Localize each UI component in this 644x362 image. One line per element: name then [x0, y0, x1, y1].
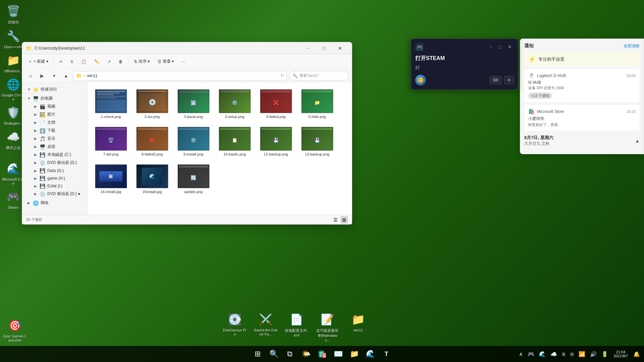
desktop-icon-sword[interactable]: ⚔️ Sword Art Online Fa...	[252, 310, 279, 344]
new-button[interactable]: ＋ + 新建 ▾	[25, 57, 52, 66]
desktop-icon-xml[interactable]: 📄 游戏配置文件.xml	[283, 310, 310, 344]
view-icon: ☰	[158, 59, 161, 64]
taskbar-onedrive-tray[interactable]: ☁️	[549, 350, 558, 359]
file-item-4-failed[interactable]: ❌ 4-failed.png	[257, 86, 295, 121]
sidebar-item-documents[interactable]: ▶ 📄 文档	[23, 119, 86, 126]
taskbar-clock[interactable]: 21:04 2021/8/7	[611, 349, 630, 359]
file-item-5-hide[interactable]: 📁 5-hide.png	[298, 86, 336, 121]
sidebar-item-this-pc[interactable]: ▼ 🖥️ 此电脑	[23, 95, 86, 102]
sidebar-item-desktop[interactable]: ▶ 🖥️ 桌面	[23, 143, 86, 150]
up-button[interactable]: ▲	[61, 71, 71, 80]
taskbar-explorer-button[interactable]: 📁	[347, 347, 362, 361]
copy-button[interactable]: ⎘	[67, 58, 76, 65]
file-item-3-jiazai[interactable]: ⬇️ 3-jiazai.png	[174, 86, 213, 121]
taskbar-mail-button[interactable]: ✉️	[331, 347, 345, 361]
file-item-1-check[interactable]: 1-check.png	[92, 86, 130, 121]
desktop-icon-epic[interactable]: 🎯 Epic Games Launcher	[2, 316, 29, 344]
steam-popup-title: 🎮	[415, 43, 423, 51]
steam-settings-button[interactable]: ⚙	[504, 76, 514, 84]
desktop-icon-recycle-bin[interactable]: 🗑️ 回收站	[0, 2, 27, 26]
cut-button[interactable]: ✂	[56, 58, 66, 65]
file-item-update[interactable]: 🔄 update.png	[174, 162, 213, 196]
view-button[interactable]: ☰ 查看 ▾	[154, 57, 177, 66]
steam-close-button[interactable]: ✕	[506, 43, 514, 51]
desktop-icon-diskgenius[interactable]: 💽 DiskGenius Pro	[221, 310, 248, 344]
taskbar-tray-icons[interactable]: ∧	[518, 350, 524, 359]
maximize-button[interactable]: □	[316, 43, 332, 54]
steam-label: Steam	[8, 205, 19, 209]
file-item-8-failed2[interactable]: ❌ 8-failed2.png	[133, 124, 171, 159]
delete-button[interactable]: 🗑	[115, 58, 126, 65]
taskbar-start-button[interactable]: ⊞	[250, 347, 265, 361]
sidebar-quick-access-section: ▼ ⭐ 快速访问	[22, 85, 87, 93]
steam-keyboard-button[interactable]: ⌨	[490, 76, 501, 84]
taskbar-store-button[interactable]: 🛍️	[315, 347, 329, 361]
steam-maximize-button[interactable]: □	[496, 43, 504, 51]
steam-minimize-button[interactable]: －	[487, 43, 495, 51]
back-button[interactable]: ◀	[25, 71, 35, 80]
file-item-9-install[interactable]: ⚙️ 9-install.png	[174, 124, 213, 159]
taskbar-search-button[interactable]: 🔍	[266, 347, 281, 361]
address-bar[interactable]: 📁 › win11 ↻	[73, 71, 287, 80]
sidebar-item-dvd-d2[interactable]: ▶ 💿 DVD 驱动器 (D:) ●	[23, 190, 86, 198]
taskbar-notification-button[interactable]: 🔔	[632, 350, 641, 359]
minimize-button[interactable]: －	[300, 43, 316, 54]
file-item-7-del[interactable]: 🗑️ 7-del.png	[92, 124, 130, 159]
more-button[interactable]: ···	[178, 58, 189, 65]
list-view-button[interactable]: ☰	[332, 216, 339, 224]
file-item-13-backup[interactable]: 💾 13-backup.png	[298, 124, 336, 159]
desktop-icon-windows-note[interactable]: 📝 这可能是最简单的windows...	[314, 310, 341, 344]
sidebar-item-dvd-d[interactable]: ▶ 💿 DVD 驱动器 (D:)	[23, 159, 86, 167]
paste-button[interactable]: 📋	[78, 58, 90, 65]
address-refresh[interactable]: ↻	[281, 73, 284, 78]
taskbar-ime-label[interactable]: 拼	[569, 350, 575, 358]
file-item-10-baoliu[interactable]: 📋 10-baoliu.png	[215, 124, 254, 159]
sidebar-item-data-g[interactable]: ▶ 💾 Data (G:)	[23, 167, 86, 174]
taskbar-lang-input[interactable]: 英	[560, 350, 567, 358]
notification-special-item[interactable]: ⚡ 专注助手设置	[524, 52, 640, 66]
notification-item-logitech[interactable]: 🖱️ Logitech G HUB 20:08 G HUB 设备 DPI 设置为…	[524, 69, 640, 102]
file-item-3-setup[interactable]: ⚙️ 3-setup.png	[215, 86, 254, 121]
taskbar-steam-tray[interactable]: 🎮	[526, 350, 536, 359]
notif-store-time: 19:25	[626, 110, 636, 114]
sidebar-item-local-c[interactable]: ▶ 💾 本地磁盘 (C:)	[23, 151, 86, 159]
forward-button[interactable]: ▶	[37, 71, 47, 80]
sidebar-item-music[interactable]: ▶ 🎵 音乐	[23, 135, 86, 142]
sidebar-item-game-h[interactable]: ▶ 💾 game (H:)	[23, 175, 86, 182]
notification-item-store[interactable]: 🛍️ Microsoft Store 19:25 小爱同学 刚更新好了，查看。	[524, 105, 640, 131]
recent-button[interactable]: ▾	[49, 71, 59, 80]
share-button[interactable]: ↗	[104, 58, 114, 65]
taskbar-wifi[interactable]: 📶	[577, 350, 587, 359]
taskbar-volume[interactable]: 🔊	[589, 350, 598, 359]
search-bar[interactable]: 🔍 搜索"win11"	[289, 71, 349, 80]
file-item-2-iso[interactable]: 💿 2-iso.png	[133, 86, 171, 121]
rename-button[interactable]: ✏️	[91, 58, 103, 65]
notif-logitech-badge[interactable]: +13 个通知	[528, 93, 552, 99]
taskbar-battery[interactable]: 🔋	[600, 350, 609, 359]
exfat-label: Exfat (I:)	[47, 184, 62, 188]
notif-collapse-button[interactable]: ▲	[635, 138, 640, 143]
file-name-3-jiazai: 3-jiazai.png	[184, 115, 203, 119]
taskbar-t-button[interactable]: T	[379, 347, 394, 361]
sidebar-item-videos[interactable]: ▶ 🎬 视频	[23, 103, 86, 110]
taskbar-widgets-button[interactable]: 🌤️	[299, 347, 313, 361]
taskbar-edge-button[interactable]: 🌊	[363, 347, 378, 361]
file-item-15install[interactable]: 🌊 15install.jpg	[133, 162, 171, 196]
sidebar-item-quick-access[interactable]: ▼ ⭐ 快速访问	[23, 85, 86, 93]
taskbar-taskview-button[interactable]: ⧉	[282, 347, 297, 361]
file-name-update: update.png	[184, 190, 203, 194]
explorer-sidebar: ▼ ⭐ 快速访问 ▼ 🖥️ 此电脑 ▶ 🎬 视频	[22, 82, 88, 215]
close-button[interactable]: ✕	[332, 43, 348, 54]
grid-view-button[interactable]: ⊞	[340, 216, 348, 224]
sidebar-item-exfat[interactable]: ▶ 💾 Exfat (I:)	[23, 182, 86, 190]
notification-clear-button[interactable]: 全部清除	[624, 43, 640, 49]
music-arrow: ▶	[34, 137, 38, 140]
sidebar-item-downloads[interactable]: ▶ ⬇️ 下载	[23, 127, 86, 134]
file-item-12-backup[interactable]: 💾 12-backup.png	[257, 124, 295, 159]
desktop-icon-win11[interactable]: 📁 win11	[345, 310, 372, 344]
sort-button[interactable]: ⇅ 排序 ▾	[130, 57, 153, 66]
file-item-14-install[interactable]: ⊞ 14-install.jpg	[92, 162, 130, 196]
sidebar-item-network[interactable]: ▶ 🌐 网络	[23, 199, 86, 207]
taskbar-edge-tray[interactable]: 🌊	[538, 350, 547, 359]
sidebar-item-pictures[interactable]: ▶ 🖼️ 图片	[23, 111, 86, 118]
